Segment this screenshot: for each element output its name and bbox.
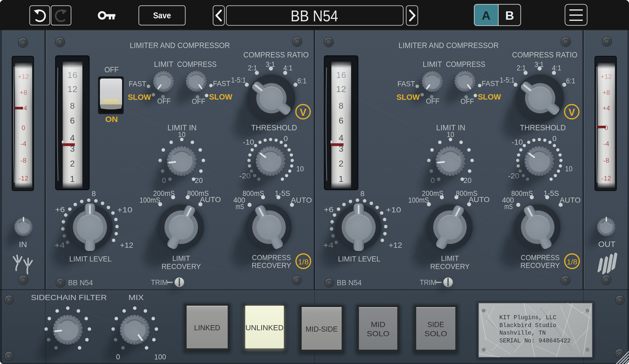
svg-text:8: 8 [92,189,96,198]
svg-text:COMPRESS RATIO: COMPRESS RATIO [243,50,309,59]
svg-text:COMPRESS: COMPRESS [521,253,560,262]
svg-text:1-5:1: 1-5:1 [500,76,515,84]
svg-text:THRESHOLD: THRESHOLD [520,123,566,132]
svg-text:LIMIT: LIMIT [441,254,459,263]
svg-text:B: B [505,9,514,22]
svg-text:MIX: MIX [129,293,144,302]
svg-text:4:1: 4:1 [283,64,292,72]
svg-text:LIMIT LEVEL: LIMIT LEVEL [338,255,381,263]
svg-text:Blackbird Studio: Blackbird Studio [499,322,556,329]
svg-text:OUT: OUT [598,240,615,249]
svg-text:0: 0 [116,353,120,361]
svg-text:MID: MID [371,320,385,329]
svg-text:COMPRESS: COMPRESS [252,253,291,262]
svg-text:AUTO: AUTO [560,196,581,204]
svg-text:4: 4 [70,133,75,143]
svg-text:2:1: 2:1 [248,64,257,72]
svg-text:SIDECHAIN FILTER: SIDECHAIN FILTER [31,293,107,302]
svg-text:V: V [569,107,575,118]
svg-text:0: 0 [552,134,557,143]
svg-text:KIT Plugins, LLC: KIT Plugins, LLC [499,314,556,321]
svg-text:-8: -8 [603,157,609,164]
svg-text:1-5S: 1-5S [544,189,559,198]
svg-text:2: 2 [70,159,75,168]
svg-text:mS: mS [504,202,513,211]
svg-text:8: 8 [360,189,365,198]
svg-text:OFF: OFF [105,65,119,74]
svg-text:SLOW: SLOW [478,93,501,101]
svg-text:+12: +12 [120,241,133,249]
svg-text:-10: -10 [243,138,254,146]
svg-text:RECOVERY: RECOVERY [162,262,201,271]
svg-text:+6: +6 [55,205,65,214]
svg-text:Nashville, TN: Nashville, TN [499,330,546,336]
svg-text:LIMIT: LIMIT [172,254,190,263]
svg-text:-4: -4 [21,140,26,147]
svg-text:LIMIT LEVEL: LIMIT LEVEL [69,255,112,263]
svg-text:OFF: OFF [157,97,171,105]
svg-text:1-5:1: 1-5:1 [231,76,246,84]
svg-text:1/8: 1/8 [298,258,309,266]
svg-text:800mS: 800mS [511,189,533,198]
svg-text:SIDE: SIDE [428,320,444,329]
svg-text:COMPRESS: COMPRESS [177,60,217,69]
svg-text:THRESHOLD: THRESHOLD [251,123,297,132]
svg-text:6: 6 [70,116,75,125]
svg-text:6:1: 6:1 [297,77,307,85]
svg-text:10: 10 [178,130,186,139]
svg-text:SOLO: SOLO [367,329,389,338]
svg-text:0: 0 [284,134,288,143]
svg-text:Save: Save [153,11,171,20]
svg-text:TRIM: TRIM [420,278,436,287]
svg-text:-8: -8 [21,157,26,164]
svg-text:BB N54: BB N54 [337,279,362,287]
svg-text:UNLINKED: UNLINKED [245,324,284,332]
svg-text:+6: +6 [324,205,334,214]
svg-text:COMPRESS RATIO: COMPRESS RATIO [512,50,577,59]
svg-text:LIMITER AND COMPRESSOR: LIMITER AND COMPRESSOR [399,41,499,50]
svg-text:OFF: OFF [192,97,205,106]
svg-text:800mS: 800mS [243,189,264,198]
svg-text:6:1: 6:1 [566,77,575,85]
svg-text:RECOVERY: RECOVERY [430,262,470,271]
svg-text:0: 0 [22,124,25,131]
svg-text:1-5S: 1-5S [275,189,290,198]
svg-text:ON: ON [105,115,118,124]
svg-text:+10: +10 [386,206,401,214]
svg-text:-4: -4 [603,140,609,147]
svg-text:RECOVERY: RECOVERY [252,261,291,270]
svg-text:1: 1 [70,174,75,184]
svg-text:MID-SIDE: MID-SIDE [306,325,338,333]
svg-text:SLOW: SLOW [128,93,151,101]
svg-text:FAST: FAST [398,80,415,88]
svg-text:10: 10 [447,130,454,139]
svg-text:FAST: FAST [129,80,146,88]
svg-text:100: 100 [154,353,166,361]
svg-text:IN: IN [19,240,27,249]
svg-text:OFF: OFF [426,97,439,105]
svg-text:FAST: FAST [213,79,231,88]
svg-text:AUTO: AUTO [291,196,312,204]
svg-text:BB N54: BB N54 [291,7,338,25]
svg-text:2: 2 [339,159,344,168]
svg-text:SOLO: SOLO [425,329,447,338]
svg-text:A: A [482,9,491,22]
svg-text:-12: -12 [601,175,611,182]
svg-text:RECOVERY: RECOVERY [520,261,560,270]
svg-text:LIMIT: LIMIT [423,60,442,69]
svg-text:SLOW: SLOW [396,93,420,101]
svg-text:6: 6 [339,116,344,125]
svg-text:2:1: 2:1 [517,64,526,72]
svg-text:mS: mS [236,202,244,211]
svg-text:AUTO: AUTO [469,195,490,204]
svg-text:-10: -10 [512,138,523,146]
svg-text:20: 20 [463,176,472,185]
svg-text:1/8: 1/8 [567,258,577,266]
svg-text:LIMITER AND COMPRESSOR: LIMITER AND COMPRESSOR [130,41,230,50]
svg-text:4: 4 [339,133,344,143]
svg-text:SERIAL No: 948645422: SERIAL No: 948645422 [499,338,571,344]
svg-text:200mS: 200mS [422,189,443,198]
svg-text:20: 20 [195,176,203,185]
svg-text:10: 10 [565,165,573,173]
svg-text:200mS: 200mS [153,189,175,198]
